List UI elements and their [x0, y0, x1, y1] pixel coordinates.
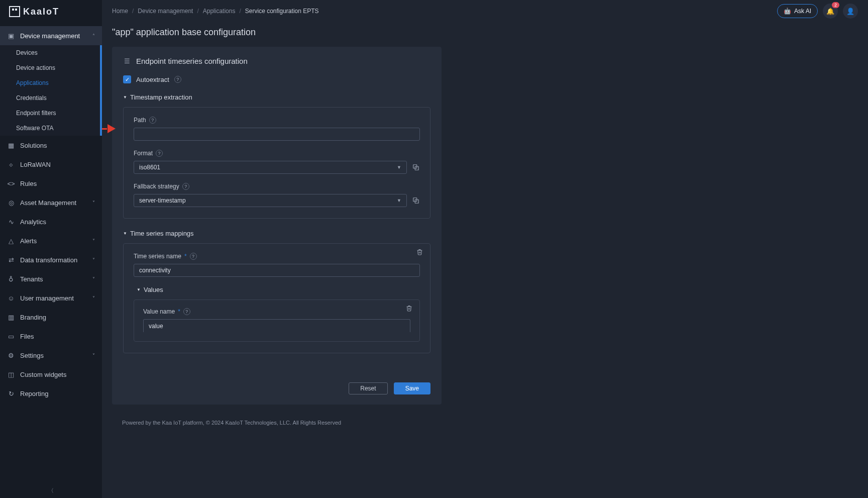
reset-button[interactable]: Reset [349, 382, 387, 394]
delete-value-button[interactable] [406, 305, 412, 313]
nav-files[interactable]: ▭ Files [0, 327, 102, 346]
crumb-device-management[interactable]: Device management [138, 8, 193, 15]
brand-text: KaaIoT [23, 7, 59, 17]
sub-endpoint-filters[interactable]: Endpoint filters [0, 106, 100, 121]
copy-button[interactable] [412, 163, 420, 171]
ask-ai-button[interactable]: 🤖 Ask AI [777, 4, 818, 18]
nav-settings[interactable]: ⚙ Settings ˅ [0, 346, 102, 365]
autoextract-checkbox[interactable]: ✓ [123, 75, 131, 83]
sub-credentials[interactable]: Credentials [0, 90, 100, 106]
nav-alerts[interactable]: △ Alerts ˅ [0, 231, 102, 250]
code-icon: <> [7, 179, 15, 187]
path-label: Path [134, 117, 146, 124]
copy-button[interactable] [412, 196, 420, 205]
sub-applications[interactable]: Applications [0, 75, 100, 90]
chevron-down-icon: ˅ [92, 276, 95, 282]
sub-device-actions[interactable]: Device actions [0, 60, 100, 75]
users-icon: ☺ [7, 294, 15, 302]
sliders-icon: ☰ [123, 57, 131, 65]
chevron-down-icon: ˅ [92, 257, 95, 263]
bot-icon: 🤖 [784, 8, 791, 15]
time-series-mappings-toggle[interactable]: ▼ Time series mappings [123, 230, 430, 237]
timestamp-panel: Path ? Format ? [123, 107, 430, 219]
sub-software-ota[interactable]: Software OTA [0, 121, 100, 136]
nav-analytics[interactable]: ∿ Analytics [0, 212, 102, 231]
nav-rules[interactable]: <> Rules [0, 174, 102, 193]
autoextract-label: Autoextract [136, 76, 169, 83]
nav-lorawan[interactable]: ⟐ LoRaWAN [0, 155, 102, 174]
notifications-button[interactable]: 🔔 2 [823, 4, 838, 19]
bell-icon: △ [7, 237, 15, 245]
nav-label: Solutions [20, 142, 47, 149]
delete-mapping-button[interactable] [416, 249, 423, 257]
save-button[interactable]: Save [394, 382, 430, 394]
nav-label: Alerts [20, 237, 37, 245]
collapse-sidebar-button[interactable]: 〈 [0, 483, 102, 498]
values-toggle[interactable]: ▼ Values [137, 286, 420, 293]
nav-label: Settings [20, 352, 44, 359]
help-icon[interactable]: ? [182, 183, 189, 190]
ask-ai-label: Ask AI [794, 8, 811, 15]
bell-icon: 🔔 [826, 8, 834, 15]
chevron-up-icon: ˄ [92, 33, 95, 39]
nav-label: User management [20, 294, 74, 302]
nav-device-management[interactable]: ▣ Device management ˄ [0, 26, 102, 45]
notifications-badge: 2 [832, 2, 839, 8]
sidebar: KaaIoT ▣ Device management ˄ Devices Dev… [0, 0, 102, 498]
nav-asset-management[interactable]: ◎ Asset Management ˅ [0, 193, 102, 212]
fallback-select[interactable]: server-timestamp ▼ [134, 194, 407, 207]
transform-icon: ⇄ [7, 256, 15, 264]
path-input[interactable] [134, 128, 420, 141]
caret-down-icon: ▼ [397, 165, 401, 170]
nav-label: LoRaWAN [20, 161, 51, 168]
crumb-applications[interactable]: Applications [203, 8, 236, 15]
nav-tenants[interactable]: ♁ Tenants ˅ [0, 269, 102, 288]
footer-note: Powered by the Kaa IoT platform, © 2024 … [112, 405, 858, 436]
crumb-home[interactable]: Home [112, 8, 128, 15]
user-icon: 👤 [846, 8, 854, 15]
help-icon[interactable]: ? [149, 117, 156, 124]
format-select[interactable]: iso8601 ▼ [134, 161, 407, 174]
help-icon[interactable]: ? [174, 76, 181, 83]
target-icon: ◎ [7, 198, 15, 207]
section-title: Values [144, 286, 163, 293]
card-header: ☰ Endpoint timeseries configuration [112, 47, 442, 72]
nav-solutions[interactable]: ▦ Solutions [0, 136, 102, 155]
help-icon[interactable]: ? [156, 150, 163, 157]
nav-device-management-sub: Devices Device actions Applications Cred… [0, 45, 102, 136]
nav-user-management[interactable]: ☺ User management ˅ [0, 288, 102, 308]
profile-button[interactable]: 👤 [843, 4, 858, 19]
caret-down-icon: ▼ [123, 95, 127, 99]
mappings-panel: Time series name* ? ▼ Values [123, 243, 430, 353]
nav-label: Tenants [20, 275, 43, 283]
value-name-label: Value name [143, 308, 175, 315]
nav-data-transformation[interactable]: ⇄ Data transformation ˅ [0, 250, 102, 269]
timestamp-extraction-toggle[interactable]: ▼ Timestamp extraction [123, 93, 430, 101]
refresh-icon: ↻ [7, 389, 15, 397]
format-value: iso8601 [139, 164, 160, 171]
config-card: ☰ Endpoint timeseries configuration ✓ Au… [112, 47, 442, 405]
card-title: Endpoint timeseries configuration [136, 57, 248, 65]
value-name-input[interactable] [143, 319, 410, 332]
building-icon: ▥ [7, 313, 15, 321]
nav-label: Files [20, 333, 34, 340]
ts-name-input[interactable] [134, 264, 420, 277]
nav-reporting[interactable]: ↻ Reporting [0, 384, 102, 403]
nav-custom-widgets[interactable]: ◫ Custom widgets [0, 365, 102, 384]
logo[interactable]: KaaIoT [0, 0, 102, 26]
chip-icon: ▣ [7, 32, 15, 40]
gear-icon: ⚙ [7, 351, 15, 359]
help-icon[interactable]: ? [183, 308, 190, 315]
nav-label: Analytics [20, 218, 46, 226]
separator-icon: / [239, 8, 241, 15]
nav-branding[interactable]: ▥ Branding [0, 308, 102, 327]
value-panel: Value name* ? [134, 300, 420, 342]
nav-label: Branding [20, 314, 46, 321]
help-icon[interactable]: ? [190, 253, 197, 260]
breadcrumbs: Home / Device management / Applications … [112, 8, 319, 15]
sub-devices[interactable]: Devices [0, 45, 100, 60]
logo-mark-icon [9, 6, 20, 17]
antenna-icon: ⟐ [7, 160, 15, 168]
caret-down-icon: ▼ [137, 287, 141, 292]
nav-label: Reporting [20, 390, 48, 397]
